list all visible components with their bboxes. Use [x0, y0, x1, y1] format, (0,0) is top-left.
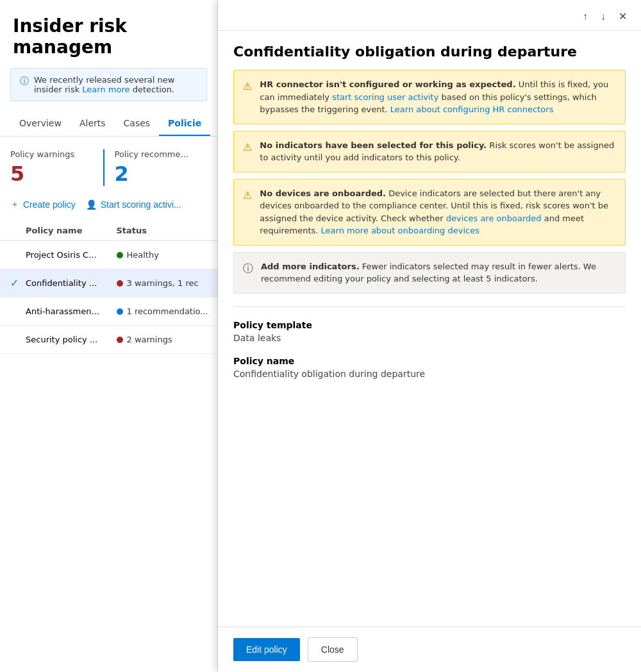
banner-text: We recently released several new insider…	[34, 75, 197, 94]
warning-icon: ⚠	[243, 140, 252, 164]
policy-name-section: Policy name Confidentiality obligation d…	[233, 356, 626, 379]
policy-row[interactable]: Anti-harassmen... 1 recommendatio...	[0, 298, 217, 326]
status-cell: 3 warnings, 1 rec	[117, 278, 208, 288]
tab-policies[interactable]: Policie	[159, 112, 210, 136]
learn-onboarding-link[interactable]: Learn more about onboarding devices	[321, 226, 479, 235]
col-policy-name: Policy name	[26, 226, 117, 235]
table-header: Policy name Status	[0, 221, 217, 241]
policy-template-label: Policy template	[233, 320, 626, 330]
policy-row[interactable]: Security policy ... 2 warnings	[0, 326, 217, 354]
warning-icon: ⚠	[243, 79, 252, 116]
alert-text: No devices are onboarded. Device indicat…	[260, 187, 616, 237]
policy-name: Project Osiris C...	[26, 250, 117, 260]
alert-no-devices: ⚠ No devices are onboarded. Device indic…	[233, 179, 626, 246]
stats-row: Policy warnings 5 Policy recomme... 2	[0, 137, 217, 199]
warning-icon: ⚠	[243, 188, 252, 237]
alert-text: Add more indicators. Fewer indicators se…	[261, 260, 616, 285]
policy-template-value: Data leaks	[233, 333, 626, 343]
alert-bold: Add more indicators.	[261, 262, 360, 271]
policy-warnings-label: Policy warnings	[10, 149, 93, 159]
status-dot-blue	[117, 308, 123, 315]
create-policy-label: Create policy	[23, 199, 76, 210]
status-cell: Healthy	[117, 250, 208, 260]
alert-text: No indicators have been selected for thi…	[260, 139, 616, 164]
policy-warnings-value: 5	[10, 162, 93, 186]
actions-row: ＋ Create policy 👤 Start scoring activi..…	[0, 199, 217, 221]
flyout-panel: ↑ ↓ ✕ Confidentiality obligation during …	[218, 0, 641, 672]
status-dot-green	[117, 252, 123, 258]
status-text: Healthy	[127, 250, 159, 260]
info-banner: ⓘ We recently released several new insid…	[10, 68, 207, 101]
devices-onboarded-link[interactable]: devices are onboarded	[446, 214, 542, 223]
policy-name: Anti-harassmen...	[26, 307, 117, 316]
policy-row-selected[interactable]: ✓ Confidentiality ... 3 warnings, 1 rec	[0, 269, 217, 298]
info-icon: ⓘ	[20, 76, 29, 87]
start-scoring-label: Start scoring activi...	[101, 199, 181, 210]
nav-up-button[interactable]: ↑	[579, 8, 592, 25]
policy-recommendations-stat: Policy recomme... 2	[103, 149, 208, 186]
info-icon: ⓘ	[243, 261, 253, 285]
policy-row[interactable]: Project Osiris C... Healthy	[0, 241, 217, 269]
start-scoring-button[interactable]: 👤 Start scoring activi...	[86, 199, 181, 210]
policy-name-label: Policy name	[233, 356, 626, 366]
status-cell: 2 warnings	[117, 335, 208, 344]
page-title: Insider risk managem	[0, 0, 217, 68]
create-policy-button[interactable]: ＋ Create policy	[10, 199, 76, 210]
policy-name-value: Confidentiality obligation during depart…	[233, 369, 626, 379]
nav-tabs: Overview Alerts Cases Policie	[0, 112, 217, 137]
check-icon: ✓	[10, 277, 19, 289]
flyout-header: ↑ ↓ ✕	[218, 0, 641, 31]
policy-warnings-stat: Policy warnings 5	[10, 149, 103, 186]
start-scoring-link[interactable]: start scoring user activity	[332, 92, 438, 102]
tab-cases[interactable]: Cases	[115, 112, 160, 136]
status-text: 2 warnings	[127, 335, 172, 344]
alert-bold: No devices are onboarded.	[260, 189, 386, 198]
policy-name: Confidentiality ...	[26, 278, 117, 288]
tab-overview[interactable]: Overview	[10, 112, 71, 136]
col-status: Status	[117, 226, 208, 235]
plus-icon: ＋	[10, 199, 19, 210]
tab-alerts[interactable]: Alerts	[71, 112, 115, 136]
status-dot-red	[117, 280, 123, 287]
flyout-title: Confidentiality obligation during depart…	[218, 31, 641, 70]
alert-bold: No indicators have been selected for thi…	[260, 140, 487, 150]
flyout-content: ⚠ HR connector isn't configured or worki…	[218, 70, 641, 626]
close-button[interactable]: Close	[308, 637, 358, 662]
status-dot-red	[117, 337, 123, 343]
alert-hr-connector: ⚠ HR connector isn't configured or worki…	[233, 70, 626, 124]
alert-no-indicators: ⚠ No indicators have been selected for t…	[233, 131, 626, 172]
policy-recommendations-value: 2	[115, 162, 197, 186]
learn-more-link[interactable]: Learn more	[82, 85, 129, 94]
alert-add-indicators: ⓘ Add more indicators. Fewer indicators …	[233, 252, 626, 294]
alert-text: HR connector isn't configured or working…	[260, 78, 616, 116]
alert-bold: HR connector isn't configured or working…	[260, 80, 515, 89]
learn-hr-connectors-link[interactable]: Learn about configuring HR connectors	[390, 105, 554, 114]
edit-policy-button[interactable]: Edit policy	[233, 638, 300, 661]
status-cell: 1 recommendatio...	[117, 307, 208, 316]
close-flyout-button[interactable]: ✕	[615, 8, 631, 25]
person-icon: 👤	[86, 199, 97, 210]
status-text: 1 recommendatio...	[127, 307, 208, 316]
section-divider	[233, 307, 626, 307]
policy-template-section: Policy template Data leaks	[233, 320, 626, 343]
policy-name: Security policy ...	[26, 335, 117, 344]
left-panel: Insider risk managem ⓘ We recently relea…	[0, 0, 218, 672]
status-text: 3 warnings, 1 rec	[127, 278, 199, 288]
nav-down-button[interactable]: ↓	[597, 8, 610, 25]
policy-recommendations-label: Policy recomme...	[115, 149, 197, 159]
flyout-footer: Edit policy Close	[218, 626, 641, 672]
